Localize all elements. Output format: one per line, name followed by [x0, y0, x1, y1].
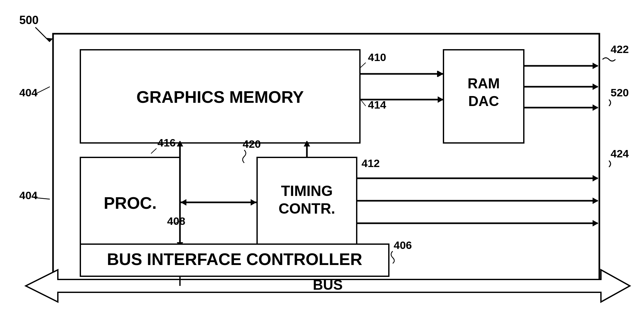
label-520: 520 [611, 86, 629, 99]
svg-marker-12 [593, 63, 598, 69]
label-420: 420 [243, 138, 261, 150]
bic-label: BUS INTERFACE CONTROLLER [107, 250, 362, 269]
label-424: 424 [611, 147, 629, 160]
label-422: 422 [611, 43, 629, 55]
label-406: 406 [394, 239, 412, 251]
ram-dac-label-line1: RAM [468, 75, 500, 91]
svg-line-4 [361, 63, 366, 67]
svg-marker-33 [593, 220, 598, 226]
svg-line-8 [361, 100, 366, 106]
label-414: 414 [368, 99, 386, 111]
label-404-top: 404 [19, 86, 38, 99]
graphics-memory-label: GRAPHICS MEMORY [137, 88, 304, 106]
ram-dac-label-line2: DAC [468, 93, 499, 109]
bus-label: BUS [313, 277, 343, 293]
svg-marker-29 [593, 175, 598, 181]
label-408: 408 [167, 215, 185, 227]
label-416: 416 [157, 137, 176, 149]
svg-marker-31 [593, 198, 598, 204]
svg-marker-14 [593, 84, 598, 90]
svg-marker-7 [438, 71, 443, 77]
svg-marker-26 [181, 199, 186, 206]
label-412: 412 [362, 157, 380, 169]
svg-line-17 [151, 148, 157, 154]
svg-marker-27 [251, 199, 256, 206]
timing-contr-label-line1: TIMING [281, 182, 333, 199]
svg-line-0 [35, 27, 50, 42]
label-410: 410 [368, 51, 386, 63]
proc-label: PROC. [104, 194, 157, 212]
timing-contr-label-line2: CONTR. [279, 200, 335, 217]
label-404-bottom: 404 [19, 189, 38, 201]
diagram-container: 500 404 404 GRAPHICS MEMORY 410 RAM DAC … [0, 0, 644, 318]
svg-marker-16 [593, 104, 598, 111]
svg-marker-10 [438, 96, 443, 103]
fig-number: 500 [19, 13, 39, 27]
